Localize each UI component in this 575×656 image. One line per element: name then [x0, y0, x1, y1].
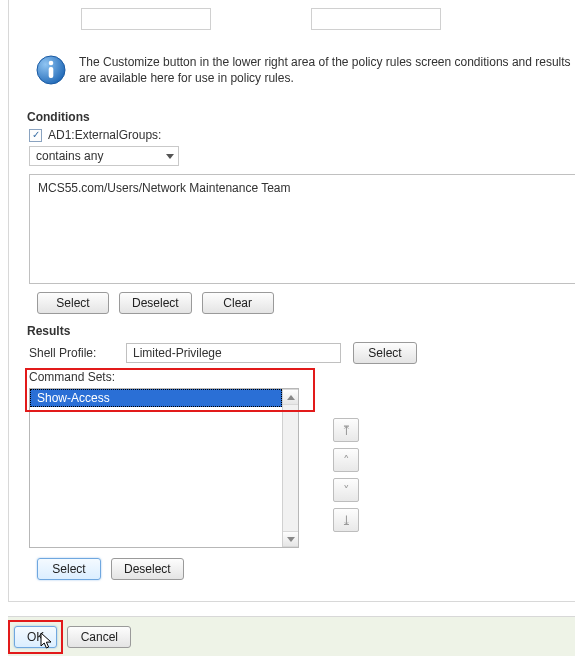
shell-profile-value: Limited-Privilege — [133, 346, 222, 360]
operator-select[interactable]: contains any — [29, 146, 179, 166]
conditions-select-button[interactable]: Select — [37, 292, 109, 314]
triangle-down-icon — [287, 537, 295, 542]
move-up-button[interactable]: ˄ — [333, 448, 359, 472]
shell-profile-select-button[interactable]: Select — [353, 342, 417, 364]
condition-checkbox-row: ✓ AD1:ExternalGroups: — [29, 128, 575, 142]
move-top-button[interactable]: ⤒ — [333, 418, 359, 442]
move-up-icon: ˄ — [343, 453, 350, 468]
list-item[interactable]: Show-Access — [30, 389, 282, 407]
cancel-button[interactable]: Cancel — [67, 626, 131, 648]
scroll-up-button[interactable] — [283, 389, 298, 405]
ok-button[interactable]: OK — [14, 626, 57, 648]
dialog-root: The Customize button in the lower right … — [0, 0, 575, 656]
command-sets-items: Show-Access — [30, 389, 282, 547]
checkmark-icon: ✓ — [32, 130, 40, 140]
dialog-panel: The Customize button in the lower right … — [8, 0, 575, 602]
reorder-button-column: ⤒ ˄ ˅ ⤓ — [333, 418, 359, 532]
conditions-deselect-button[interactable]: Deselect — [119, 292, 192, 314]
command-sets-area: Command Sets: Show-Access ⤒ ˄ — [29, 370, 575, 548]
command-sets-label: Command Sets: — [29, 370, 575, 384]
condition-checkbox[interactable]: ✓ — [29, 129, 42, 142]
conditions-button-row: Select Deselect Clear — [37, 292, 575, 314]
move-bottom-icon: ⤓ — [341, 513, 352, 528]
condition-value-text: MCS55.com/Users/Network Maintenance Team — [38, 181, 291, 195]
operator-select-value: contains any — [36, 149, 103, 163]
info-icon — [35, 54, 67, 86]
shell-profile-input[interactable]: Limited-Privilege — [126, 343, 341, 363]
scroll-down-button[interactable] — [283, 531, 298, 547]
condition-value-textarea[interactable]: MCS55.com/Users/Network Maintenance Team — [29, 174, 575, 284]
info-text: The Customize button in the lower right … — [79, 54, 575, 86]
move-down-icon: ˅ — [343, 483, 350, 498]
command-sets-list-wrap: Show-Access ⤒ ˄ ˅ ⤓ — [29, 388, 575, 548]
blank-field-2[interactable] — [311, 8, 441, 30]
condition-checkbox-label: AD1:ExternalGroups: — [48, 128, 161, 142]
triangle-up-icon — [287, 395, 295, 400]
move-down-button[interactable]: ˅ — [333, 478, 359, 502]
top-fields-row — [21, 8, 575, 30]
list-item-label: Show-Access — [37, 391, 110, 405]
command-sets-deselect-button[interactable]: Deselect — [111, 558, 184, 580]
move-bottom-button[interactable]: ⤓ — [333, 508, 359, 532]
conditions-title: Conditions — [27, 110, 575, 124]
dialog-footer: OK Cancel — [8, 616, 575, 656]
results-title: Results — [27, 324, 575, 338]
command-sets-button-row: Select Deselect — [37, 558, 575, 580]
conditions-clear-button[interactable]: Clear — [202, 292, 274, 314]
command-sets-select-button[interactable]: Select — [37, 558, 101, 580]
command-sets-listbox[interactable]: Show-Access — [29, 388, 299, 548]
blank-field-1[interactable] — [81, 8, 211, 30]
shell-profile-row: Shell Profile: Limited-Privilege Select — [29, 342, 575, 364]
chevron-down-icon — [166, 154, 174, 159]
move-top-icon: ⤒ — [341, 423, 352, 438]
info-banner: The Customize button in the lower right … — [21, 50, 575, 104]
ok-button-wrap: OK — [14, 626, 57, 648]
shell-profile-label: Shell Profile: — [29, 346, 114, 360]
svg-point-1 — [49, 61, 54, 66]
listbox-scrollbar[interactable] — [282, 389, 298, 547]
svg-rect-2 — [49, 67, 54, 78]
